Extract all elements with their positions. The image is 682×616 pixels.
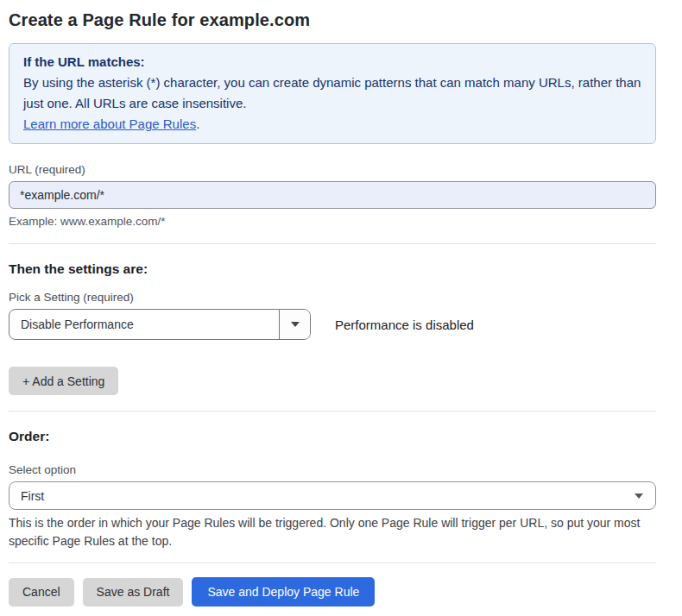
order-section-heading: Order: (9, 429, 656, 444)
url-example-hint: Example: www.example.com/* (9, 215, 656, 228)
add-setting-button[interactable]: + Add a Setting (9, 367, 118, 395)
page-title: Create a Page Rule for example.com (9, 10, 656, 30)
setting-select-arrow-button[interactable] (279, 310, 310, 339)
setting-row: Disable Performance Performance is disab… (9, 309, 656, 340)
url-field-label: URL (required) (9, 163, 656, 176)
chevron-down-icon (635, 493, 643, 499)
order-select-value: First (21, 489, 44, 503)
save-as-draft-button[interactable]: Save as Draft (83, 578, 184, 607)
setting-status-text: Performance is disabled (335, 317, 474, 332)
info-box-body: By using the asterisk (*) character, you… (23, 72, 641, 114)
info-box-link-line: Learn more about Page Rules. (23, 114, 641, 135)
settings-section-heading: Then the settings are: (9, 261, 656, 277)
setting-select[interactable]: Disable Performance (9, 309, 311, 340)
url-matches-info-box: If the URL matches: By using the asteris… (9, 43, 656, 144)
link-suffix: . (196, 116, 199, 131)
divider (9, 563, 656, 563)
divider (9, 411, 656, 412)
setting-select-value: Disable Performance (9, 310, 279, 339)
order-help-text: This is the order in which your Page Rul… (9, 514, 656, 550)
form-actions: Cancel Save as Draft Save and Deploy Pag… (9, 577, 656, 607)
cancel-button[interactable]: Cancel (9, 578, 74, 607)
order-select-label: Select option (9, 463, 656, 476)
learn-more-link[interactable]: Learn more about Page Rules (23, 116, 196, 131)
create-page-rule-page: Create a Page Rule for example.com If th… (0, 0, 682, 607)
order-select[interactable]: First (9, 481, 656, 510)
chevron-down-icon (291, 322, 300, 327)
save-and-deploy-button[interactable]: Save and Deploy Page Rule (192, 577, 375, 607)
info-box-heading: If the URL matches: (23, 52, 641, 72)
pick-setting-label: Pick a Setting (required) (9, 291, 656, 304)
divider (9, 243, 656, 244)
url-input[interactable] (9, 181, 656, 209)
